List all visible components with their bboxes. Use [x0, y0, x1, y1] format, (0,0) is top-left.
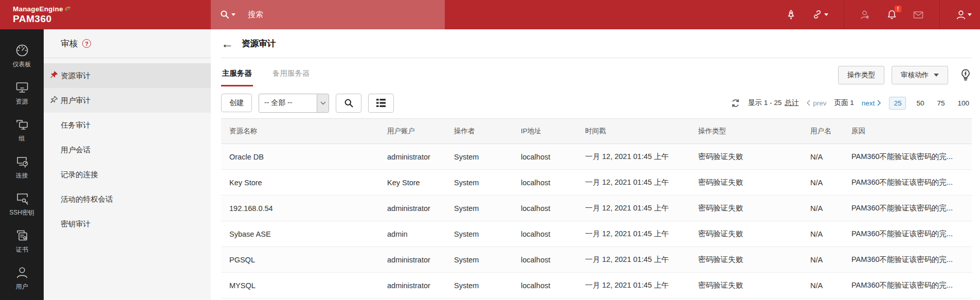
- refresh-icon[interactable]: [731, 98, 740, 108]
- audit-action-caret-icon: [934, 74, 939, 77]
- nav-resources[interactable]: 资源: [0, 75, 44, 112]
- cell-resource-name: Key Store: [221, 170, 382, 196]
- cell-timestamp: 一月 12, 2021 01:45 上午: [580, 273, 693, 298]
- back-arrow-icon[interactable]: ←: [221, 38, 233, 50]
- menu-item-recorded-connections[interactable]: 记录的连接: [44, 162, 211, 187]
- cell-timestamp: 一月 12, 2021 01:45 上午: [580, 221, 693, 247]
- audit-menu-panel: 审核 ? 资源审计 用户审计 任务审计: [44, 29, 211, 300]
- prev-page-button[interactable]: prev: [806, 99, 826, 107]
- operation-type-button[interactable]: 操作类型: [838, 66, 884, 84]
- pagination-summary: 显示 1 - 25: [748, 98, 782, 108]
- cell-reason: PAM360不能验证该密码的完...: [846, 144, 972, 170]
- table-row[interactable]: Sybase ASE admin System localhost 一月 12,…: [221, 221, 972, 247]
- chevron-left-icon: [806, 100, 810, 106]
- col-resource-name[interactable]: 资源名称: [221, 119, 382, 144]
- total-link[interactable]: 总计: [785, 98, 798, 108]
- col-operation-type[interactable]: 操作类型: [693, 119, 805, 144]
- cell-ip-address: localhost: [516, 144, 580, 170]
- cell-ip-address: localhost: [516, 196, 580, 221]
- menu-item-user-audit[interactable]: 用户审计: [44, 88, 211, 113]
- nav-users[interactable]: 用户: [0, 260, 44, 297]
- tab-secondary-server[interactable]: 备用服务器: [271, 63, 311, 86]
- cell-username: N/A: [805, 144, 846, 170]
- page-size-50[interactable]: 50: [914, 97, 927, 109]
- col-timestamp[interactable]: 时间戳: [580, 119, 693, 144]
- audit-action-button[interactable]: 审核动作: [892, 66, 948, 84]
- menu-item-key-audit[interactable]: 密钥审计: [44, 211, 211, 236]
- audit-table: 资源名称 用户账户 操作者 IP地址 时间戳 操作类型 用户名 原因 Oracl: [221, 118, 972, 298]
- tab-primary-server[interactable]: 主服务器: [221, 63, 253, 86]
- dashboard-gauge-icon: [15, 43, 29, 58]
- table-row[interactable]: Oracle DB administrator System localhost…: [221, 144, 972, 170]
- col-reason[interactable]: 原因: [846, 119, 972, 144]
- page-size-100[interactable]: 100: [955, 97, 972, 109]
- cell-operation-type: 密码验证失败: [693, 247, 805, 273]
- filter-select-value: -- 全部 --: [259, 98, 292, 108]
- user-favorites-icon[interactable]: [860, 9, 871, 21]
- topbar-icon-group: !: [786, 0, 980, 29]
- nav-certificates[interactable]: 证书: [0, 223, 44, 260]
- menu-item-user-sessions[interactable]: 用户会话: [44, 137, 211, 162]
- nav-connections[interactable]: 连接: [0, 149, 44, 186]
- nav-groups[interactable]: 组: [0, 112, 44, 149]
- nav-label: 连接: [16, 171, 28, 180]
- pin-outline-icon[interactable]: [50, 95, 59, 104]
- nav-dashboard[interactable]: 仪表板: [0, 38, 44, 75]
- topbar-divider: [939, 0, 940, 29]
- table-row[interactable]: Key Store Key Store System localhost 一月 …: [221, 170, 972, 196]
- col-user-account[interactable]: 用户账户: [382, 119, 449, 144]
- cell-timestamp: 一月 12, 2021 01:45 上午: [580, 170, 693, 196]
- table-row[interactable]: 192.168.0.54 administrator System localh…: [221, 196, 972, 221]
- cell-operator: System: [449, 170, 516, 196]
- page-size-75[interactable]: 75: [934, 97, 947, 109]
- whats-new-rocket-icon[interactable]: [786, 9, 796, 20]
- groups-monitors-icon: [15, 117, 29, 132]
- certificates-icon: [15, 228, 29, 243]
- quick-links-icon[interactable]: [812, 9, 828, 20]
- col-ip-address[interactable]: IP地址: [516, 119, 580, 144]
- create-button[interactable]: 创建: [221, 94, 252, 112]
- next-page-button[interactable]: next: [862, 99, 882, 107]
- search-icon: [220, 10, 230, 20]
- main-nav-rail: 仪表板 资源 组: [0, 29, 44, 300]
- main-content: ← 资源审计 主服务器 备用服务器 操作类型 审核动作: [211, 29, 980, 300]
- brand-logo[interactable]: ManageEngine PAM360: [0, 0, 211, 29]
- notifications-bell-icon[interactable]: !: [886, 9, 897, 20]
- brand-swoosh-icon: [64, 6, 71, 12]
- connections-monitor-dish-icon: [15, 154, 29, 169]
- tips-bulb-icon[interactable]: [959, 68, 972, 82]
- cell-operator: System: [449, 196, 516, 221]
- menu-item-task-audit[interactable]: 任务审计: [44, 113, 211, 137]
- menu-item-label: 活动的特权会话: [61, 195, 113, 204]
- table-row[interactable]: MYSQL administrator System localhost 一月 …: [221, 273, 972, 298]
- cell-operation-type: 密码验证失败: [693, 144, 805, 170]
- menu-item-resource-audit[interactable]: 资源审计: [44, 63, 211, 88]
- page-size-25[interactable]: 25: [889, 97, 906, 110]
- cell-operation-type: 密码验证失败: [693, 196, 805, 221]
- table-row[interactable]: PGSQL administrator System localhost 一月 …: [221, 247, 972, 273]
- nav-ssh-keys[interactable]: SSH密钥: [0, 186, 44, 223]
- menu-item-label: 用户会话: [61, 145, 90, 155]
- cell-ip-address: localhost: [516, 247, 580, 273]
- cell-operator: System: [449, 273, 516, 298]
- pin-icon[interactable]: [50, 70, 59, 79]
- search-filter-button[interactable]: [336, 94, 361, 113]
- search-input[interactable]: 搜索: [248, 10, 263, 20]
- search-scope-dropdown[interactable]: [220, 10, 235, 20]
- users-person-icon: [15, 266, 29, 280]
- global-search[interactable]: 搜索: [211, 0, 445, 29]
- menu-item-label: 记录的连接: [61, 170, 98, 180]
- cell-operator: System: [449, 221, 516, 247]
- profile-menu-icon[interactable]: [955, 9, 972, 21]
- cell-resource-name: PGSQL: [221, 247, 382, 273]
- menu-item-active-privileged-sessions[interactable]: 活动的特权会话: [44, 187, 211, 211]
- topbar-divider: [844, 0, 844, 29]
- filter-select[interactable]: -- 全部 --: [259, 94, 329, 113]
- col-username[interactable]: 用户名: [805, 119, 846, 144]
- tabs-row: 主服务器 备用服务器 操作类型 审核动作: [221, 58, 972, 86]
- mail-icon[interactable]: [913, 9, 924, 21]
- help-icon[interactable]: ?: [82, 39, 91, 48]
- cell-resource-name: MYSQL: [221, 273, 382, 298]
- col-operator[interactable]: 操作者: [449, 119, 516, 144]
- column-chooser-button[interactable]: [368, 94, 394, 113]
